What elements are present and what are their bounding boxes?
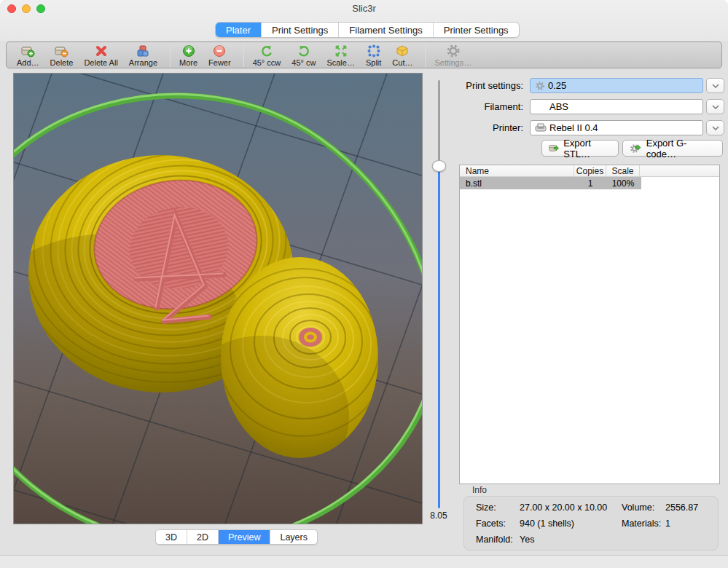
size-value: 27.00 x 20.00 x 10.00 <box>520 502 607 513</box>
toolbar-separator <box>170 45 171 67</box>
arrange-label: Arrange <box>129 58 157 67</box>
chevron-down-icon <box>712 126 719 130</box>
export-stl-label: Export STL… <box>563 138 611 159</box>
fewer-label: Fewer <box>208 58 231 67</box>
printer-dropdown-button[interactable] <box>706 120 724 135</box>
delete-all-button[interactable]: Delete All <box>84 44 117 67</box>
gear-icon <box>446 44 461 58</box>
print-settings-combo[interactable]: 0.25 <box>530 78 703 93</box>
object-list-table[interactable]: Name Copies Scale b.stl 1 100% <box>459 165 720 484</box>
column-header-name[interactable]: Name <box>460 165 574 176</box>
3d-preview-canvas[interactable] <box>13 73 423 524</box>
slic3r-window: Slic3r Plater Print Settings Filament Se… <box>0 0 728 568</box>
volume-label: Volume: <box>622 502 654 513</box>
layer-slider-track-upper[interactable] <box>438 80 440 165</box>
printer-label: Printer: <box>450 122 523 133</box>
printer-value: Rebel II 0.4 <box>549 122 598 133</box>
tab-plater[interactable]: Plater <box>216 23 262 37</box>
facets-value: 940 (1 shells) <box>520 518 574 529</box>
facets-label: Facets: <box>476 518 506 529</box>
print-settings-value: 0.25 <box>548 80 566 91</box>
red-minus-icon <box>213 44 226 58</box>
filament-dropdown-button[interactable] <box>706 99 724 114</box>
add-label: Add… <box>17 58 39 67</box>
object-settings-button[interactable]: Settings… <box>434 44 471 67</box>
add-button[interactable]: Add… <box>17 44 39 67</box>
fewer-button[interactable]: Fewer <box>208 44 231 67</box>
gear-icon <box>535 81 545 91</box>
titlebar[interactable]: Slic3r <box>0 0 728 16</box>
tab-print-settings[interactable]: Print Settings <box>262 23 339 37</box>
rotate-ccw-icon <box>259 44 274 58</box>
scale-arrows-icon <box>334 44 348 58</box>
printer-combo[interactable]: Rebel II 0.4 <box>530 120 703 135</box>
table-row[interactable]: b.stl 1 100% <box>460 177 641 189</box>
small-object-infill <box>299 328 322 347</box>
toolbar-separator <box>425 45 426 67</box>
window-title: Slic3r <box>0 3 728 14</box>
more-button[interactable]: More <box>179 44 197 67</box>
tab-printer-settings[interactable]: Printer Settings <box>434 23 519 37</box>
column-header-copies[interactable]: Copies <box>574 165 606 176</box>
manifold-value: Yes <box>520 535 534 545</box>
layer-slider[interactable] <box>437 80 441 508</box>
delete-all-label: Delete All <box>84 58 117 67</box>
view-tab-layers[interactable]: Layers <box>270 530 317 544</box>
box-export-icon <box>549 143 560 154</box>
layer-height-value: 8.05 <box>423 510 455 521</box>
layer-slider-track-lower[interactable] <box>438 165 440 508</box>
rotate-ccw-label: 45° ccw <box>253 58 281 67</box>
materials-label: Materials: <box>622 518 661 529</box>
size-label: Size: <box>476 502 496 513</box>
cut-box-icon <box>395 44 410 58</box>
more-label: More <box>179 58 197 67</box>
chevron-down-icon <box>712 84 719 88</box>
column-header-scale[interactable]: Scale <box>606 165 640 176</box>
manifold-label: Manifold: <box>476 535 513 545</box>
arrange-button[interactable]: Arrange <box>129 44 157 67</box>
filament-label: Filament: <box>450 101 523 112</box>
object-list-header: Name Copies Scale <box>460 165 719 177</box>
cut-button[interactable]: Cut… <box>392 44 412 67</box>
cell-name: b.stl <box>460 177 574 189</box>
toolbar-separator <box>243 45 244 67</box>
volume-value: 2556.87 <box>665 502 698 513</box>
green-plus-icon <box>182 44 195 58</box>
rotate-cw-label: 45° cw <box>291 58 316 67</box>
delete-button[interactable]: Delete <box>50 44 74 67</box>
window-chrome: Slic3r Plater Print Settings Filament Se… <box>0 0 728 41</box>
export-gcode-label: Export G-code… <box>646 138 716 159</box>
box-minus-icon <box>53 44 69 58</box>
plater-toolbar: Add… Delete Delete All Arrange More <box>6 42 722 68</box>
printer-icon <box>535 123 547 133</box>
rotate-cw-icon <box>297 44 311 58</box>
status-bar <box>0 555 728 568</box>
export-gcode-button[interactable]: Export G-code… <box>622 140 723 157</box>
split-label: Split <box>366 58 381 67</box>
view-tab-3d[interactable]: 3D <box>156 530 187 544</box>
tab-filament-settings[interactable]: Filament Settings <box>339 23 433 37</box>
gear-export-icon <box>630 143 643 154</box>
main-tab-bar: Plater Print Settings Filament Settings … <box>215 22 520 38</box>
chevron-down-icon <box>712 105 719 109</box>
box-plus-icon <box>20 44 36 58</box>
rotate-cw-button[interactable]: 45° cw <box>291 44 316 67</box>
layer-slider-thumb[interactable] <box>432 160 446 172</box>
split-button[interactable]: Split <box>366 44 381 67</box>
scale-button[interactable]: Scale… <box>326 44 355 67</box>
print-settings-dropdown-button[interactable] <box>706 78 724 93</box>
cell-copies: 1 <box>574 177 606 189</box>
view-tab-2d[interactable]: 2D <box>187 530 219 544</box>
filament-value: ABS <box>549 101 568 112</box>
red-x-icon <box>94 44 109 58</box>
cut-label: Cut… <box>392 58 412 67</box>
export-stl-button[interactable]: Export STL… <box>541 140 619 157</box>
print-settings-label: Print settings: <box>450 80 523 91</box>
cubes-icon <box>135 44 151 58</box>
rotate-ccw-button[interactable]: 45° ccw <box>253 44 281 67</box>
delete-label: Delete <box>50 58 74 67</box>
view-tab-bar: 3D 2D Preview Layers <box>155 529 318 545</box>
info-box-title: Info <box>472 485 487 495</box>
filament-combo[interactable]: ABS <box>530 99 703 114</box>
view-tab-preview[interactable]: Preview <box>219 530 270 544</box>
